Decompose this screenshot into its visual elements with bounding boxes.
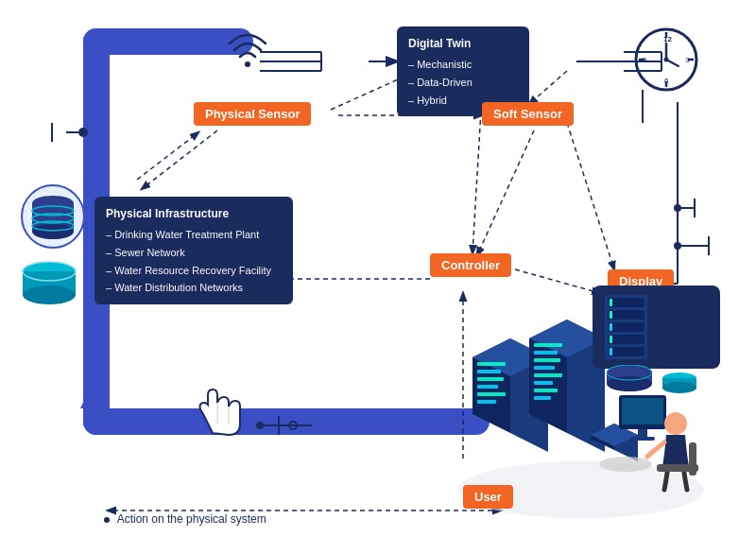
hand-icon [189, 376, 246, 446]
svg-point-115 [664, 412, 687, 435]
svg-rect-105 [534, 381, 553, 385]
svg-line-24 [142, 130, 217, 189]
pi-item-3: – Water Resource Recovery Facility [106, 262, 282, 280]
diagram-container: Digital Twin – Mechanistic – Data-Driven… [0, 0, 756, 554]
svg-line-31 [137, 132, 198, 180]
svg-line-25 [477, 130, 534, 255]
svg-rect-68 [608, 298, 644, 307]
svg-line-26 [567, 123, 614, 269]
svg-rect-71 [608, 335, 644, 344]
svg-rect-95 [477, 392, 506, 396]
svg-rect-76 [610, 336, 612, 343]
svg-line-27 [472, 95, 482, 253]
user-label: User [463, 485, 513, 509]
svg-rect-72 [608, 347, 644, 356]
pi-item-4: – Water Distribution Networks [106, 279, 282, 297]
action-text: Action on the physical system [104, 512, 266, 526]
svg-point-80 [607, 376, 652, 391]
physical-sensor-label: Physical Sensor [194, 102, 311, 126]
svg-rect-91 [477, 362, 506, 366]
svg-point-84 [662, 382, 696, 393]
dt-item-1: – Mechanistic [408, 56, 518, 74]
svg-rect-69 [608, 310, 644, 320]
svg-rect-100 [534, 343, 562, 347]
physical-infrastructure-box: Physical Infrastructure – Drinking Water… [94, 197, 293, 304]
svg-rect-73 [610, 299, 612, 306]
svg-line-30 [515, 269, 600, 293]
svg-rect-96 [477, 400, 496, 404]
svg-rect-74 [610, 311, 612, 319]
svg-rect-92 [477, 370, 501, 373]
svg-rect-70 [608, 322, 644, 332]
svg-rect-113 [638, 429, 647, 437]
svg-rect-112 [622, 398, 663, 424]
display-box [593, 286, 720, 369]
action-dot [104, 517, 110, 523]
svg-rect-93 [477, 377, 504, 381]
svg-rect-102 [534, 358, 560, 362]
svg-point-118 [599, 457, 652, 472]
svg-rect-104 [534, 373, 562, 377]
svg-rect-1 [83, 408, 490, 435]
svg-rect-117 [657, 464, 698, 472]
svg-rect-77 [610, 348, 612, 355]
svg-rect-107 [534, 396, 551, 400]
svg-line-22 [331, 76, 406, 110]
svg-point-43 [245, 61, 250, 67]
pi-item-2: – Sewer Network [106, 244, 282, 262]
svg-rect-103 [534, 366, 555, 370]
svg-rect-75 [610, 323, 612, 331]
svg-rect-94 [477, 385, 498, 389]
svg-rect-114 [630, 437, 655, 441]
pi-item-1: – Drinking Water Treatment Plant [106, 226, 282, 244]
controller-label: Controller [430, 253, 511, 277]
svg-rect-101 [534, 351, 558, 355]
dt-item-2: – Data-Driven [408, 74, 518, 92]
wifi-icon [227, 28, 269, 75]
svg-rect-106 [534, 389, 558, 392]
svg-line-28 [529, 71, 567, 104]
soft-sensor-label: Soft Sensor [482, 102, 574, 126]
